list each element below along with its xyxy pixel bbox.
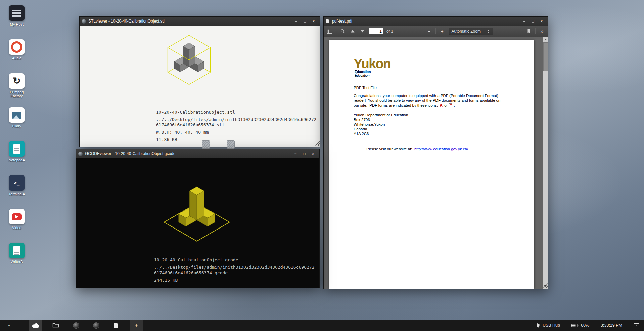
paragraph-line: reader! You should be able to view any o… xyxy=(354,98,511,103)
taskbar-files-app[interactable] xyxy=(29,320,42,331)
zoom-in-button[interactable]: + xyxy=(438,27,447,35)
taskbar-gcodeviewer-app[interactable] xyxy=(89,320,103,331)
website-label: Please visit our website at: xyxy=(366,147,414,151)
maximize-button[interactable]: □ xyxy=(528,17,537,25)
desktop-icon-notepada[interactable]: NotepadA xyxy=(4,141,30,175)
paragraph-text: . xyxy=(454,103,455,108)
yukon-logo-word: Yukon xyxy=(354,57,511,70)
zoom-select[interactable]: Automatic Zoom xyxy=(449,28,493,35)
terminal-prompt-icon: >_ xyxy=(9,175,25,191)
toolbar-overflow-button[interactable]: » xyxy=(538,27,546,35)
battery-status[interactable]: 60% xyxy=(571,323,589,328)
next-page-button[interactable] xyxy=(358,27,367,35)
gcode-file-info: 10-20-40-CalibrationObject.gcode ../../D… xyxy=(154,257,316,283)
pdf-doc-heading: PDF Test File xyxy=(354,85,511,90)
address-line: Canada xyxy=(354,127,511,131)
pdf-window-title: pdf-test.pdf xyxy=(332,19,352,24)
find-button[interactable] xyxy=(338,27,347,35)
close-button[interactable]: × xyxy=(309,150,317,157)
minimize-button[interactable]: − xyxy=(292,17,301,25)
toolbar-separator xyxy=(435,28,436,34)
desktop-icon-label: Audio xyxy=(12,56,21,60)
stl-viewer-window: STLviewer - 10-20-40-CalibrationObject.s… xyxy=(79,16,320,147)
gcode-viewport[interactable]: 10-20-40-CalibrationObject.gcode ../../D… xyxy=(76,158,319,288)
play-button-icon xyxy=(9,209,25,224)
maximize-button[interactable]: □ xyxy=(300,150,309,157)
sidebar-toggle-button[interactable] xyxy=(325,27,334,35)
scrollbar[interactable] xyxy=(543,37,548,289)
taskbar-app-tiles: + xyxy=(29,320,143,331)
stl-viewport[interactable]: 10-20-40-CalibrationObject.stl ../../Des… xyxy=(80,26,320,147)
yukon-logo-education-fr: Éducation xyxy=(355,74,511,77)
pdf-form-icon xyxy=(449,103,452,107)
cloud-icon xyxy=(32,323,39,328)
pdf-page: Yukon Education Éducation PDF Test File … xyxy=(329,40,534,289)
desktop-icon-video[interactable]: Video xyxy=(4,209,30,243)
page-count-label: of 1 xyxy=(386,29,393,34)
minimize-button[interactable]: − xyxy=(520,17,528,25)
close-button[interactable]: × xyxy=(537,17,546,25)
pdf-doc-website-line: Please visit our website at: http://www.… xyxy=(354,142,511,156)
desktop-icon-column: My Host Audio ↻ FFmpeg Factory Filary No… xyxy=(4,5,30,277)
taskbar-new-tab-button[interactable]: + xyxy=(130,320,143,331)
stl-file-path: ../../Desktop/files/admin/inith31302d323… xyxy=(156,117,317,128)
paragraph-text: or xyxy=(444,103,448,108)
desktop-icon-terminala[interactable]: >_ TerminalA xyxy=(4,175,30,209)
website-link[interactable]: http://www.education.gov.yk.ca/ xyxy=(414,147,468,151)
desktop-icon-writera[interactable]: WriterA xyxy=(4,243,30,277)
speaker-ring-icon xyxy=(9,39,25,55)
pdf-toolbar: of 1 − + Automatic Zoom » xyxy=(324,26,548,37)
battery-icon xyxy=(571,324,579,327)
scrollbar-thumb[interactable] xyxy=(543,42,548,71)
stl-titlebar[interactable]: STLviewer - 10-20-40-CalibrationObject.s… xyxy=(80,17,320,26)
taskbar-menu-caret[interactable]: ▾ xyxy=(5,323,13,328)
maximize-button[interactable]: □ xyxy=(301,17,309,25)
server-icon xyxy=(9,5,25,21)
page-number-input[interactable] xyxy=(369,28,383,34)
desktop-icon-label: Video xyxy=(12,226,21,230)
desktop-icon-ffmpeg-factory[interactable]: ↻ FFmpeg Factory xyxy=(4,73,30,107)
file-icon xyxy=(227,140,235,149)
previous-page-button[interactable] xyxy=(348,27,357,35)
acrobat-pdf-icon xyxy=(439,103,443,107)
minimize-button[interactable]: − xyxy=(291,150,300,157)
zoom-select-value: Automatic Zoom xyxy=(452,29,481,34)
usb-hub-label: USB Hub xyxy=(543,323,560,328)
desktop-icon-label: NotepadA xyxy=(9,158,25,162)
taskbar-pdf-app[interactable] xyxy=(109,320,123,331)
gcode-3d-render xyxy=(153,171,240,259)
desktop-icon-label: TerminalA xyxy=(9,192,25,196)
desktop-icon-label: My Host xyxy=(10,22,24,26)
toolbar-separator xyxy=(535,28,536,34)
mail-status[interactable] xyxy=(634,323,639,327)
scroll-up-button[interactable] xyxy=(543,37,548,42)
taskbar-folder-app[interactable] xyxy=(49,320,62,331)
pdf-viewer-window: pdf-test.pdf − □ × of 1 − xyxy=(323,16,548,289)
gcode-file-path: ../../Desktop/files/admin/inith31302d323… xyxy=(154,265,316,276)
address-line: Whitehorse,Yukon xyxy=(354,122,511,127)
gcode-file-size: 244.15 KB xyxy=(154,278,316,283)
file-icon xyxy=(202,140,210,149)
image-icon xyxy=(9,107,25,123)
gcode-titlebar[interactable]: GCODEviewer - 10-20-40-CalibrationObject… xyxy=(76,149,319,158)
stl-window-title: STLviewer - 10-20-40-CalibrationObject.s… xyxy=(88,19,165,24)
zoom-out-button[interactable]: − xyxy=(425,27,433,35)
taskbar-status-area: USB Hub 60% 3:33:29 PM xyxy=(536,323,639,328)
address-line: Y1A 2C6 xyxy=(354,131,511,136)
desktop-icon-label: Filary xyxy=(12,124,21,128)
usb-hub-status[interactable]: USB Hub xyxy=(536,323,560,328)
notepad-icon xyxy=(9,141,25,157)
close-button[interactable]: × xyxy=(309,17,318,25)
taskbar-stlviewer-app[interactable] xyxy=(69,320,83,331)
envelope-icon xyxy=(634,323,639,327)
pdf-viewer-area[interactable]: Yukon Education Éducation PDF Test File … xyxy=(324,37,548,289)
paragraph-text: our site. PDF forms are indicated by the… xyxy=(354,103,438,108)
stl-dimensions: W,D,H: 40, 40, 40 mm xyxy=(156,130,317,135)
desktop-icon-filary[interactable]: Filary xyxy=(4,107,30,141)
pdf-titlebar[interactable]: pdf-test.pdf − □ × xyxy=(324,17,548,26)
clock: 3:33:29 PM xyxy=(601,323,622,328)
bookmark-button[interactable] xyxy=(524,27,533,35)
desktop-icon-audio[interactable]: Audio xyxy=(4,39,30,73)
battery-percent-label: 60% xyxy=(581,323,589,328)
desktop-icon-my-host[interactable]: My Host xyxy=(4,5,30,39)
